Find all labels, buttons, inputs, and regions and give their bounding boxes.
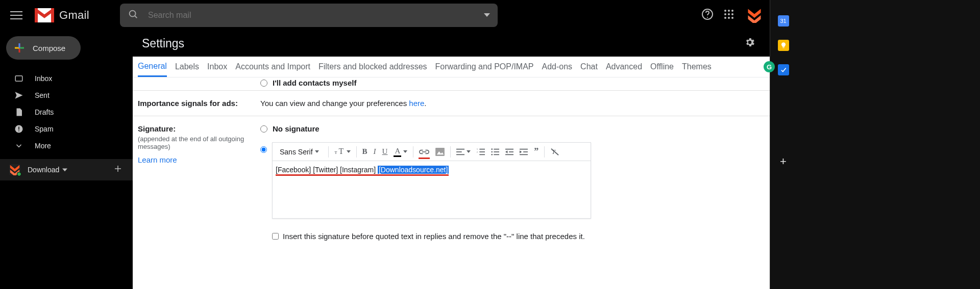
tab-labels[interactable]: Labels: [175, 62, 199, 71]
svg-point-53: [492, 151, 493, 152]
radio-add-contacts-myself[interactable]: I'll add contacts myself: [260, 78, 760, 87]
sidebar-item-label: Spam: [35, 125, 54, 133]
search-icon[interactable]: [128, 9, 139, 22]
svg-point-16: [731, 13, 733, 15]
underline-button[interactable]: U: [380, 145, 390, 159]
void-area: [796, 0, 980, 289]
search-bar[interactable]: [120, 4, 498, 27]
svg-rect-5: [51, 8, 54, 22]
help-icon[interactable]: [701, 8, 714, 22]
apps-grid-icon[interactable]: [724, 9, 734, 21]
menu-icon[interactable]: [10, 9, 22, 21]
svg-point-19: [731, 17, 733, 19]
account-name: Download: [28, 166, 59, 174]
indent-more-button[interactable]: [517, 145, 530, 159]
signature-title: Signature:: [138, 124, 176, 133]
numbered-list-button[interactable]: 12: [474, 145, 487, 159]
importance-text-after: .: [424, 99, 426, 108]
font-family-select[interactable]: Sans Serif: [276, 145, 325, 159]
svg-point-14: [724, 13, 726, 15]
svg-marker-58: [505, 150, 507, 153]
quote-button[interactable]: ”: [531, 145, 541, 159]
signature-subtitle: (appended at the end of all outgoing mes…: [138, 135, 260, 150]
page-title: Settings: [142, 37, 184, 50]
grammarly-badge[interactable]: G: [764, 61, 775, 72]
radio-label: No signature: [273, 124, 320, 133]
font-size-button[interactable]: тT: [332, 145, 353, 159]
search-options-icon[interactable]: [484, 11, 490, 20]
bold-button[interactable]: B: [360, 145, 370, 159]
tab-accounts-import[interactable]: Accounts and Import: [235, 62, 310, 71]
get-addons-icon[interactable]: +: [780, 155, 787, 168]
sidebar-item-sent[interactable]: Sent: [0, 87, 133, 103]
settings-content[interactable]: I'll add contacts myself Importance sign…: [133, 77, 770, 289]
insert-image-button[interactable]: [433, 145, 447, 159]
sidebar-item-drafts[interactable]: Drafts: [0, 103, 133, 120]
spam-icon: [14, 124, 23, 134]
svg-marker-27: [15, 92, 23, 99]
svg-point-13: [731, 10, 733, 12]
insert-signature-checkbox[interactable]: [272, 233, 279, 240]
chevron-down-icon: [14, 141, 23, 150]
insert-link-button[interactable]: [416, 145, 432, 159]
settings-gear-icon[interactable]: [744, 37, 755, 50]
tasks-addon-icon[interactable]: [778, 64, 789, 75]
inbox-icon: [14, 74, 23, 83]
tab-themes[interactable]: Themes: [682, 62, 712, 71]
tab-general[interactable]: General: [138, 57, 167, 77]
radio-no-signature[interactable]: No signature: [260, 124, 760, 133]
settings-title-row: Settings: [133, 30, 770, 57]
signature-editor: Sans Serif тT B I U A: [272, 142, 591, 219]
account-caret-icon[interactable]: [62, 165, 67, 174]
account-avatar: [9, 164, 20, 175]
indent-less-button[interactable]: [503, 145, 516, 159]
signature-learn-more-link[interactable]: Learn more: [138, 155, 177, 164]
radio-use-signature[interactable]: [260, 146, 267, 153]
header-right: [701, 5, 765, 25]
svg-marker-20: [748, 9, 761, 18]
account-row[interactable]: Download: [0, 159, 133, 180]
insert-signature-checkbox-row[interactable]: Insert this signature before quoted text…: [272, 228, 591, 241]
radio-input[interactable]: [260, 125, 267, 133]
align-button[interactable]: [454, 145, 473, 159]
text-color-button[interactable]: A: [391, 145, 410, 159]
row-autocontacts-cutoff: I'll add contacts myself: [133, 77, 770, 91]
svg-text:T: T: [338, 148, 344, 155]
sidebar-item-spam[interactable]: Spam: [0, 120, 133, 137]
tab-chat[interactable]: Chat: [580, 62, 598, 71]
sidebar-item-label: Sent: [35, 91, 50, 99]
search-input[interactable]: [148, 11, 479, 20]
new-chat-icon[interactable]: [113, 164, 122, 175]
tab-offline[interactable]: Offline: [650, 62, 674, 71]
tab-addons[interactable]: Add-ons: [542, 62, 573, 71]
sent-icon: [14, 91, 23, 100]
bulleted-list-button[interactable]: [488, 145, 502, 159]
tab-filters[interactable]: Filters and blocked addresses: [318, 62, 427, 71]
importance-here-link[interactable]: here: [409, 99, 424, 108]
tab-forwarding[interactable]: Forwarding and POP/IMAP: [435, 62, 534, 71]
sidebar: Compose Inbox Sent Drafts Spam: [0, 30, 133, 289]
sidebar-item-inbox[interactable]: Inbox: [0, 70, 133, 87]
calendar-addon-icon[interactable]: 31: [778, 15, 789, 27]
extension-brand-icon[interactable]: [744, 5, 765, 25]
tab-advanced[interactable]: Advanced: [606, 62, 642, 71]
settings-tabs: General Labels Inbox Accounts and Import…: [133, 57, 770, 77]
remove-formatting-button[interactable]: T: [548, 145, 562, 159]
signature-textarea[interactable]: [Facebook] [Twitter] [Instagram] [Downlo…: [273, 161, 591, 218]
sidebar-item-more[interactable]: More: [0, 137, 133, 154]
svg-rect-39: [435, 148, 445, 156]
svg-rect-0: [10, 11, 22, 12]
svg-point-12: [728, 10, 730, 12]
signature-text-plain: [Facebook] [Twitter] [Instagram]: [276, 166, 378, 174]
folder-list: Inbox Sent Drafts Spam More: [0, 70, 133, 154]
gmail-logo[interactable]: Gmail: [35, 8, 89, 22]
italic-button[interactable]: I: [371, 145, 379, 159]
compose-button[interactable]: Compose: [6, 36, 81, 60]
svg-point-10: [707, 17, 708, 18]
svg-point-15: [728, 13, 730, 15]
radio-input[interactable]: [260, 80, 267, 87]
svg-text:т: т: [334, 149, 337, 155]
tab-inbox[interactable]: Inbox: [207, 62, 227, 71]
row-signature: Signature: (appended at the end of all o…: [133, 116, 770, 249]
keep-addon-icon[interactable]: [778, 40, 789, 51]
